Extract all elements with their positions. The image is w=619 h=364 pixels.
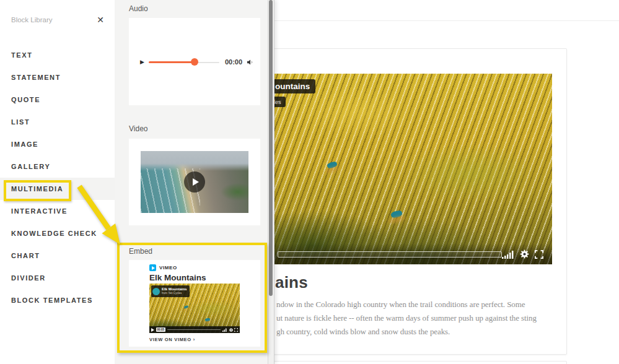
block-paragraph: ndow in the Colorado high country when t… [276, 298, 537, 339]
video-control-bar [273, 243, 552, 264]
multimedia-options-panel: Audio ▶ 00:00 Video Embed [115, 0, 274, 364]
top-divider [274, 20, 619, 21]
panel-scrollbar-track[interactable] [268, 0, 274, 364]
audio-time: 00:00 [225, 58, 242, 66]
block-heading: ains [275, 273, 308, 292]
sidebar-item-gallery[interactable]: GALLERY [0, 155, 115, 178]
embed-time-chip: 00:05 [156, 327, 165, 332]
sidebar-item-divider[interactable]: DIVIDER [0, 267, 115, 289]
embed-section-label: Embed [129, 247, 152, 256]
play-icon[interactable]: ▶ [140, 59, 144, 65]
audio-block-option[interactable]: ▶ 00:00 [129, 18, 260, 105]
sidebar-item-quote[interactable]: QUOTE [0, 89, 115, 111]
block-library-sidebar: Block Library ✕ TEXT STATEMENT QUOTE LIS… [0, 0, 115, 364]
volume-bars-icon[interactable] [222, 328, 227, 332]
channel-avatar [152, 288, 160, 295]
video-byline-text: les [274, 99, 281, 105]
volume-bars-icon[interactable] [502, 251, 514, 259]
video-title-badge: ountains [273, 79, 315, 93]
paragraph-line: gh country, cold winds blow and snow dus… [276, 325, 537, 339]
panel-scrollbar-thumb[interactable] [269, 0, 273, 296]
sidebar-item-chart[interactable]: CHART [0, 245, 115, 267]
close-icon[interactable]: ✕ [97, 15, 104, 24]
sidebar-item-list[interactable]: LIST [0, 111, 115, 133]
video-thumbnail[interactable] [141, 151, 248, 213]
embedded-video-player[interactable]: ountains les [273, 74, 552, 264]
video-block-option[interactable] [129, 139, 260, 225]
embed-block-option[interactable]: VIMEO Elk Mountains Elk Mountains from Y… [129, 260, 260, 347]
embed-thumb-title: Elk Mountains [162, 287, 187, 292]
sidebar-item-interactive[interactable]: INTERACTIVE [0, 200, 115, 222]
settings-gear-icon[interactable] [229, 328, 233, 332]
paragraph-line: ut nature is fickle here -- often the wa… [276, 311, 537, 325]
vimeo-logo-icon [149, 264, 156, 271]
audio-section-label: Audio [129, 4, 148, 13]
next-block-card[interactable] [258, 361, 567, 364]
biker-figure [390, 210, 403, 219]
embed-control-bar: 00:05 [149, 326, 240, 333]
sidebar-item-block-templates[interactable]: BLOCK TEMPLATES [0, 289, 115, 311]
sidebar-item-knowledge-check[interactable]: KNOWLEDGE CHECK [0, 222, 115, 245]
embed-thumbnail[interactable]: Elk Mountains from Yeti Cycles 00:05 [149, 284, 240, 333]
sidebar-item-statement[interactable]: STATEMENT [0, 66, 115, 89]
video-section-label: Video [129, 124, 147, 133]
view-on-vimeo-link[interactable]: VIEW ON VIMEO › [149, 337, 195, 342]
panel-title: Block Library [11, 16, 52, 24]
sidebar-item-text[interactable]: TEXT [0, 44, 115, 66]
biker-figure [205, 318, 211, 322]
sidebar-item-multimedia[interactable]: MULTIMEDIA [0, 178, 115, 200]
fullscreen-icon[interactable] [535, 250, 543, 259]
settings-gear-icon[interactable] [520, 249, 529, 259]
embed-thumb-byline: from Yeti Cycles [162, 292, 187, 295]
speaker-icon[interactable] [247, 59, 253, 66]
audio-player-preview: ▶ 00:00 [129, 57, 260, 67]
audio-seek-knob[interactable] [191, 58, 198, 66]
video-byline-badge: les [273, 97, 286, 107]
biker-figure [184, 305, 189, 309]
sidebar-item-image[interactable]: IMAGE [0, 133, 115, 155]
block-category-nav: TEXT STATEMENT QUOTE LIST IMAGE GALLERY … [0, 44, 115, 311]
play-icon[interactable] [151, 328, 154, 332]
fullscreen-icon[interactable] [234, 328, 238, 332]
video-progress-bar[interactable] [278, 251, 502, 258]
embed-thumb-badge: Elk Mountains from Yeti Cycles [151, 285, 190, 297]
embed-progress-bar[interactable] [167, 329, 221, 331]
paragraph-line: ndow in the Colorado high country when t… [276, 298, 537, 311]
biker-figure [327, 161, 338, 170]
play-button[interactable] [184, 171, 205, 193]
provider-name: VIMEO [159, 265, 177, 271]
video-title-text: ountains [275, 82, 310, 91]
chevron-right-icon: › [193, 337, 195, 342]
embed-title: Elk Mountains [149, 273, 206, 282]
audio-progress-bar[interactable] [149, 58, 219, 66]
